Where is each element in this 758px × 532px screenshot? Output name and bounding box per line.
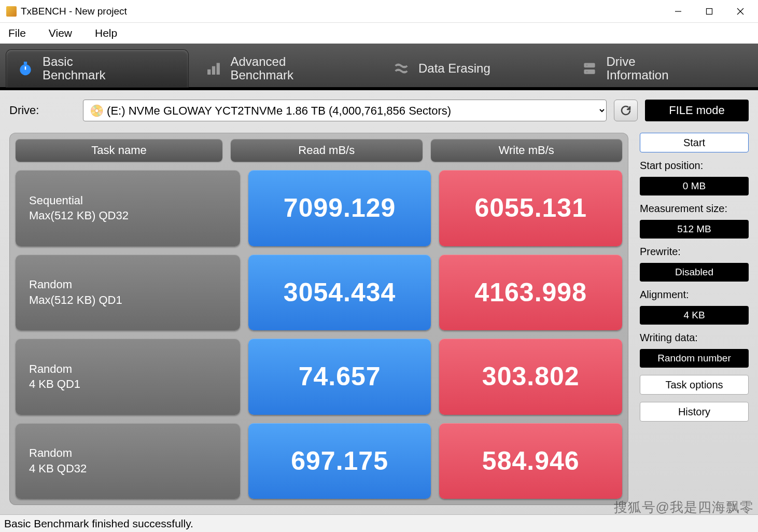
startpos-value[interactable]: 0 MB: [640, 177, 749, 195]
drive-row: Drive: 📀 (E:) NVMe GLOWAY YCT2TNVMe 1.86…: [0, 90, 758, 133]
app-icon: [6, 6, 17, 17]
header-task: Task name: [16, 139, 222, 162]
tab-basic-benchmark[interactable]: BasicBenchmark: [6, 50, 188, 87]
svg-rect-11: [584, 70, 595, 74]
bars-icon: [205, 60, 222, 77]
prewrite-value[interactable]: Disabled: [640, 263, 749, 282]
read-value: 7099.129: [248, 170, 431, 246]
write-value: 4163.998: [439, 255, 622, 331]
close-button[interactable]: [725, 0, 756, 23]
tab-label: Basic: [43, 55, 105, 68]
task-cell[interactable]: Random4 KB QD1: [16, 339, 240, 415]
svg-rect-7: [207, 70, 210, 75]
svg-point-12: [586, 65, 587, 66]
start-button[interactable]: Start: [640, 133, 749, 152]
tab-label: Information: [607, 68, 669, 82]
result-row: Random4 KB QD1 74.657 303.802: [16, 339, 622, 415]
startpos-label: Start position:: [640, 160, 749, 172]
titlebar: TxBENCH - New project: [0, 0, 758, 23]
svg-rect-8: [212, 66, 215, 74]
read-value: 697.175: [248, 423, 431, 499]
read-value: 74.657: [248, 339, 431, 415]
drive-label: Drive:: [9, 104, 76, 117]
reload-button[interactable]: [614, 100, 638, 121]
task-cell[interactable]: SequentialMax(512 KB) QD32: [16, 170, 240, 246]
result-row: Random4 KB QD32 697.175 584.946: [16, 423, 622, 499]
write-value: 303.802: [439, 339, 622, 415]
task-options-button[interactable]: Task options: [640, 375, 749, 395]
svg-rect-10: [584, 63, 595, 67]
file-mode-button[interactable]: FILE mode: [645, 100, 749, 121]
svg-rect-9: [217, 63, 219, 74]
wave-icon: [392, 60, 410, 77]
menu-view[interactable]: View: [45, 25, 76, 41]
svg-point-13: [586, 71, 587, 73]
wdata-value[interactable]: Random number: [640, 349, 749, 368]
header-read: Read mB/s: [231, 139, 422, 162]
drive-select[interactable]: 📀 (E:) NVMe GLOWAY YCT2TNVMe 1.86 TB (4,…: [83, 100, 607, 121]
results-grid: Task name Read mB/s Write mB/s Sequentia…: [9, 133, 628, 505]
history-button[interactable]: History: [640, 402, 749, 422]
menubar: File View Help: [0, 23, 758, 44]
side-panel: Start Start position: 0 MB Measurement s…: [640, 133, 749, 505]
svg-rect-5: [24, 62, 27, 64]
tab-label: Benchmark: [231, 68, 293, 82]
menu-help[interactable]: Help: [91, 25, 121, 41]
window-title: TxBENCH - New project: [21, 6, 127, 17]
maximize-button[interactable]: [694, 0, 725, 23]
tab-label: Benchmark: [43, 68, 105, 82]
write-value: 6055.131: [439, 170, 622, 246]
stopwatch-icon: [17, 60, 34, 77]
header-write: Write mB/s: [431, 139, 622, 162]
align-value[interactable]: 4 KB: [640, 306, 749, 325]
tab-drive-information[interactable]: DriveInformation: [570, 50, 752, 87]
result-row: RandomMax(512 KB) QD1 3054.434 4163.998: [16, 255, 622, 331]
tab-advanced-benchmark[interactable]: AdvancedBenchmark: [194, 50, 376, 87]
msize-value[interactable]: 512 MB: [640, 220, 749, 239]
msize-label: Measurement size:: [640, 203, 749, 215]
content: Drive: 📀 (E:) NVMe GLOWAY YCT2TNVMe 1.86…: [0, 90, 758, 514]
tab-label: Data Erasing: [418, 62, 490, 75]
task-cell[interactable]: Random4 KB QD32: [16, 423, 240, 499]
svg-rect-1: [707, 8, 712, 14]
tabbar: BasicBenchmark AdvancedBenchmark Data Er…: [0, 44, 758, 90]
read-value: 3054.434: [248, 255, 431, 331]
result-row: SequentialMax(512 KB) QD32 7099.129 6055…: [16, 170, 622, 246]
align-label: Alignment:: [640, 289, 749, 301]
wdata-label: Writing data:: [640, 332, 749, 344]
write-value: 584.946: [439, 423, 622, 499]
statusbar: Basic Benchmark finished successfully.: [0, 514, 758, 532]
tab-data-erasing[interactable]: Data Erasing: [382, 50, 564, 87]
drive-icon: [581, 60, 598, 77]
prewrite-label: Prewrite:: [640, 246, 749, 258]
minimize-button[interactable]: [663, 0, 694, 23]
task-cell[interactable]: RandomMax(512 KB) QD1: [16, 255, 240, 331]
status-text: Basic Benchmark finished successfully.: [4, 517, 193, 530]
tab-label: Advanced: [231, 55, 293, 68]
menu-file[interactable]: File: [4, 25, 30, 41]
tab-label: Drive: [607, 55, 669, 68]
